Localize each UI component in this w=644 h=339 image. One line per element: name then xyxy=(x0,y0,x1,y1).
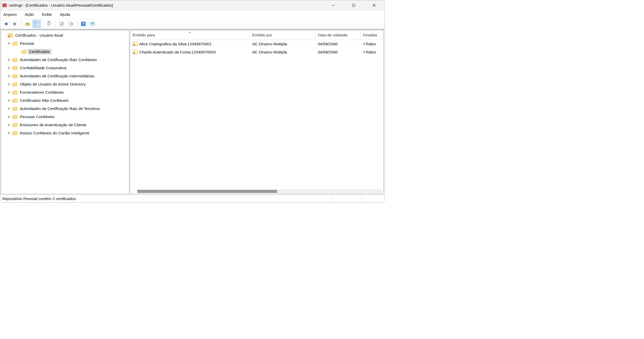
chevron-right-icon[interactable] xyxy=(7,123,11,127)
tree-item[interactable]: Fornecedores Confiáveis xyxy=(1,88,129,96)
help-button[interactable]: ? xyxy=(79,20,87,28)
status-cell xyxy=(331,195,362,202)
certificate-row[interactable]: Alice Criptografica da Silva:12345670001… xyxy=(130,40,383,48)
svg-rect-12 xyxy=(48,21,50,22)
folder-icon xyxy=(12,131,17,135)
chevron-right-icon[interactable] xyxy=(7,82,11,87)
tree-item[interactable]: Pessoas Confiáveis xyxy=(1,113,129,121)
chevron-right-icon[interactable] xyxy=(7,74,11,78)
chevron-right-icon[interactable] xyxy=(7,90,11,95)
cell-issued-to: Alice Criptografica da Silva:12345670001 xyxy=(139,42,212,46)
cell-purpose: <Todos xyxy=(363,50,376,54)
folder-icon xyxy=(12,74,17,78)
chevron-right-icon[interactable] xyxy=(7,58,11,62)
tree-item[interactable]: Autoridades de Certificação Raiz Confiáv… xyxy=(1,56,129,64)
menubar: Arquivo Ação Exibir Ajuda xyxy=(0,10,384,19)
cell-issued-to: Charlie Autenticado da Costa:12345670003 xyxy=(139,50,216,54)
tree-item[interactable]: Raízes Confiáveis do Cartão Inteligente xyxy=(1,129,129,137)
certificate-row[interactable]: Charlie Autenticado da Costa:12345670003… xyxy=(130,48,383,56)
menu-action[interactable]: Ação xyxy=(24,11,35,18)
list-header: Emitido para Emitido por Data de validad… xyxy=(130,30,383,40)
up-folder-button[interactable] xyxy=(23,20,32,28)
chevron-right-icon[interactable] xyxy=(7,131,11,135)
folder-icon xyxy=(12,123,17,127)
folder-icon xyxy=(12,66,17,70)
menu-view[interactable]: Exibir xyxy=(41,11,53,18)
column-label: Emitido para xyxy=(133,33,155,37)
titlebar: certmgr - [Certificados - Usuário Atual\… xyxy=(0,0,384,10)
chevron-down-icon[interactable] xyxy=(7,41,11,46)
tree-item-label: Pessoas Confiáveis xyxy=(18,114,56,120)
folder-icon xyxy=(21,50,26,54)
show-tree-button[interactable] xyxy=(33,20,41,28)
column-header-purpose[interactable]: Finalida xyxy=(361,30,383,40)
folder-icon xyxy=(12,90,17,94)
svg-rect-9 xyxy=(34,22,36,26)
horizontal-scrollbar[interactable] xyxy=(137,189,382,193)
svg-rect-6 xyxy=(6,23,8,24)
tree-item-label: Autoridades de Certificação Raiz Confiáv… xyxy=(18,57,98,63)
tree-root-label: Certificados - Usuário Atual xyxy=(14,33,65,38)
tree-item-label: Fornecedores Confiáveis xyxy=(18,90,65,95)
status-cell xyxy=(362,195,382,202)
tree-item-certificados[interactable]: Certificados xyxy=(1,48,129,56)
cell-purpose: <Todos xyxy=(363,42,376,46)
svg-rect-1 xyxy=(4,3,5,4)
properties-button[interactable] xyxy=(88,20,97,28)
close-button[interactable] xyxy=(369,2,379,9)
svg-rect-7 xyxy=(13,23,15,24)
menu-file[interactable]: Arquivo xyxy=(2,11,18,18)
list-body[interactable]: Alice Criptografica da Silva:12345670001… xyxy=(130,40,383,194)
folder-icon xyxy=(12,98,17,103)
folder-icon xyxy=(12,58,17,62)
tree-item[interactable]: Objeto de Usuário do Active Directory xyxy=(1,80,129,88)
tree-item[interactable]: Autoridades de Certificação Intermediári… xyxy=(1,72,129,80)
tree-root[interactable]: Certificados - Usuário Atual xyxy=(1,31,129,39)
certificate-icon xyxy=(133,42,138,46)
column-header-issued-to[interactable]: Emitido para xyxy=(130,30,250,40)
app-window: certmgr - [Certificados - Usuário Atual\… xyxy=(0,0,385,203)
refresh-button[interactable] xyxy=(58,20,66,28)
tree-item[interactable]: Confiabilidade Corporativa xyxy=(1,64,129,72)
column-header-issued-by[interactable]: Emitido por xyxy=(250,30,316,40)
svg-rect-21 xyxy=(90,22,94,23)
forward-button[interactable] xyxy=(11,20,19,28)
folder-icon xyxy=(12,82,17,86)
tree-item-label: Confiabilidade Corporativa xyxy=(18,65,68,71)
tree-item-label: Emissores de Autenticação de Cliente xyxy=(18,122,88,128)
certificate-icon xyxy=(133,50,138,54)
tree-item[interactable]: Certificados Não Confiáveis xyxy=(1,96,129,105)
blank-icon xyxy=(16,49,20,54)
app-icon xyxy=(2,3,7,8)
column-header-expiry[interactable]: Data de validade xyxy=(315,30,361,40)
tree: Certificados - Usuário Atual Pessoal Cer… xyxy=(1,30,129,138)
statusbar: Repositório Pessoal contém 2 certificado… xyxy=(0,195,384,202)
back-button[interactable] xyxy=(2,20,10,28)
svg-text:?: ? xyxy=(82,22,85,26)
column-label: Emitido por xyxy=(252,33,272,37)
minimize-button[interactable] xyxy=(328,2,338,9)
blank-icon xyxy=(2,33,7,38)
tree-item-label: Certificados Não Confiáveis xyxy=(18,98,70,103)
export-button[interactable] xyxy=(67,20,75,28)
column-label: Data de validade xyxy=(318,33,347,37)
svg-point-27 xyxy=(133,52,135,53)
maximize-button[interactable] xyxy=(349,2,359,9)
copy-button[interactable] xyxy=(45,20,53,28)
tree-item[interactable]: Emissores de Autenticação de Cliente xyxy=(1,121,129,129)
tree-item-pessoal[interactable]: Pessoal xyxy=(1,39,129,48)
chevron-right-icon[interactable] xyxy=(7,106,11,111)
cell-issued-by: AC Dinamo Multipla xyxy=(252,42,287,46)
cell-expiry: 04/08/2040 xyxy=(318,50,338,54)
chevron-right-icon[interactable] xyxy=(7,115,11,119)
certificate-store-icon xyxy=(8,33,13,38)
svg-point-25 xyxy=(133,44,135,45)
toolbar: ? xyxy=(0,19,384,29)
chevron-right-icon[interactable] xyxy=(7,98,11,103)
tree-pane[interactable]: Certificados - Usuário Atual Pessoal Cer… xyxy=(1,30,129,194)
menu-help[interactable]: Ajuda xyxy=(59,11,71,18)
tree-item[interactable]: Autoridades de Certificação Raiz de Terc… xyxy=(1,105,129,113)
svg-point-23 xyxy=(8,35,10,37)
chevron-right-icon[interactable] xyxy=(7,66,11,70)
scrollbar-thumb[interactable] xyxy=(137,190,277,193)
